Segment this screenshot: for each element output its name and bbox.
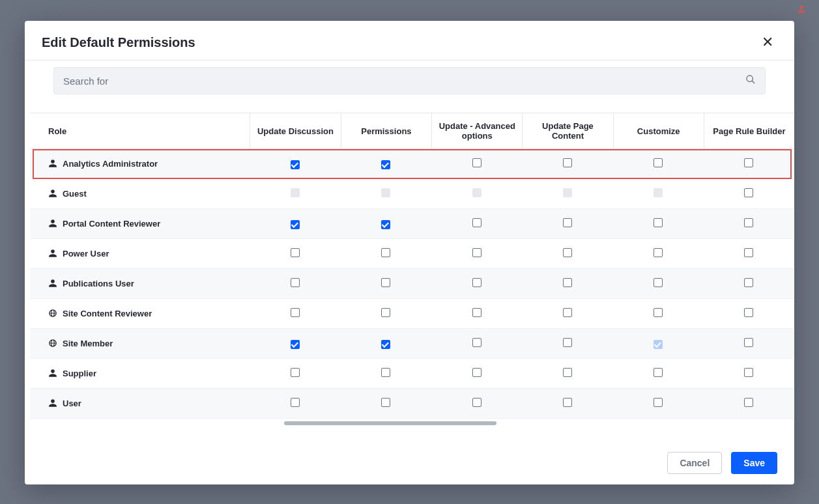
- permission-cell: [250, 239, 340, 269]
- permission-checkbox[interactable]: [291, 278, 300, 287]
- permission-cell: [522, 149, 612, 179]
- permission-checkbox[interactable]: [472, 368, 481, 377]
- permission-checkbox[interactable]: [381, 368, 390, 377]
- permission-checkbox[interactable]: [563, 278, 572, 287]
- permission-checkbox[interactable]: [472, 248, 481, 257]
- permission-checkbox[interactable]: [381, 160, 390, 169]
- column-header-role: Role: [30, 113, 250, 149]
- permission-checkbox[interactable]: [472, 158, 481, 167]
- permission-checkbox[interactable]: [654, 368, 663, 377]
- permission-checkbox[interactable]: [744, 218, 753, 227]
- permission-checkbox[interactable]: [654, 158, 663, 167]
- permission-checkbox[interactable]: [563, 158, 572, 167]
- permission-cell: [431, 389, 522, 419]
- permission-cell: [522, 209, 612, 239]
- permission-cell: [613, 329, 704, 359]
- permission-cell: [522, 299, 612, 329]
- permission-cell: [704, 299, 794, 329]
- back-chevron-icon[interactable]: ‹: [13, 4, 17, 18]
- search-box: [53, 67, 766, 94]
- permission-checkbox[interactable]: [654, 308, 663, 317]
- permission-cell: [613, 149, 704, 179]
- permission-checkbox: [381, 188, 390, 197]
- svg-rect-4: [782, 8, 784, 10]
- permission-checkbox[interactable]: [381, 340, 390, 349]
- search-icon[interactable]: [745, 74, 756, 87]
- role-cell: Publications User: [30, 269, 250, 299]
- permission-cell: [341, 359, 431, 389]
- permission-checkbox[interactable]: [563, 368, 572, 377]
- permission-cell: [431, 269, 522, 299]
- permission-checkbox[interactable]: [654, 248, 663, 257]
- permission-checkbox[interactable]: [472, 278, 481, 287]
- permission-checkbox[interactable]: [381, 278, 390, 287]
- permission-checkbox[interactable]: [381, 220, 390, 229]
- permission-checkbox[interactable]: [744, 278, 753, 287]
- permission-checkbox[interactable]: [472, 218, 481, 227]
- permission-cell: [431, 149, 522, 179]
- permission-checkbox[interactable]: [291, 160, 300, 169]
- svg-rect-8: [785, 11, 787, 13]
- permission-cell: [250, 149, 340, 179]
- permission-checkbox[interactable]: [291, 308, 300, 317]
- permission-checkbox[interactable]: [291, 398, 300, 407]
- permission-checkbox[interactable]: [291, 368, 300, 377]
- permission-checkbox[interactable]: [654, 278, 663, 287]
- permission-checkbox[interactable]: [744, 158, 753, 167]
- permission-checkbox[interactable]: [563, 338, 572, 347]
- save-button[interactable]: Save: [731, 452, 777, 474]
- search-input[interactable]: [63, 76, 745, 87]
- permission-checkbox[interactable]: [563, 218, 572, 227]
- permission-cell: [704, 239, 794, 269]
- permission-cell: [613, 359, 704, 389]
- permission-cell: [250, 269, 340, 299]
- role-cell: Guest: [30, 179, 250, 209]
- person-icon: [48, 249, 57, 258]
- globe-icon: [48, 309, 57, 318]
- permission-cell: [522, 269, 612, 299]
- permission-checkbox[interactable]: [291, 340, 300, 349]
- role-cell: Site Content Reviewer: [30, 299, 250, 329]
- permission-checkbox[interactable]: [563, 308, 572, 317]
- table-row: Site Content Reviewer: [30, 299, 794, 329]
- permission-checkbox[interactable]: [744, 248, 753, 257]
- apps-grid-icon[interactable]: [779, 5, 788, 16]
- permission-checkbox[interactable]: [563, 248, 572, 257]
- role-name: Power User: [63, 249, 109, 259]
- permission-checkbox[interactable]: [381, 248, 390, 257]
- permission-cell: [341, 299, 431, 329]
- permission-checkbox[interactable]: [472, 338, 481, 347]
- user-account-icon[interactable]: [797, 5, 806, 16]
- permission-checkbox[interactable]: [381, 398, 390, 407]
- permission-checkbox[interactable]: [291, 248, 300, 257]
- permission-checkbox[interactable]: [472, 308, 481, 317]
- permission-checkbox[interactable]: [563, 398, 572, 407]
- permission-cell: [613, 209, 704, 239]
- permission-cell: [431, 299, 522, 329]
- permission-checkbox[interactable]: [654, 398, 663, 407]
- modal-header: Edit Default Permissions ✕: [25, 21, 794, 61]
- permission-checkbox[interactable]: [472, 398, 481, 407]
- permission-cell: [522, 359, 612, 389]
- cancel-button[interactable]: Cancel: [667, 452, 722, 474]
- svg-line-10: [752, 81, 754, 83]
- permission-cell: [341, 209, 431, 239]
- permission-checkbox[interactable]: [744, 188, 753, 197]
- role-name: Supplier: [63, 369, 96, 378]
- permission-cell: [341, 329, 431, 359]
- permission-checkbox[interactable]: [744, 308, 753, 317]
- permission-cell: [522, 239, 612, 269]
- horizontal-scrollbar-thumb[interactable]: [284, 421, 496, 425]
- permission-checkbox[interactable]: [654, 218, 663, 227]
- role-name: Guest: [63, 189, 87, 199]
- permission-checkbox[interactable]: [744, 398, 753, 407]
- permission-checkbox[interactable]: [744, 338, 753, 347]
- globe-icon: [48, 339, 57, 348]
- horizontal-scrollbar[interactable]: [284, 421, 789, 427]
- permission-checkbox[interactable]: [381, 308, 390, 317]
- permission-checkbox[interactable]: [291, 220, 300, 229]
- column-header: Permissions: [341, 113, 431, 149]
- permission-checkbox[interactable]: [744, 368, 753, 377]
- permission-cell: [341, 149, 431, 179]
- close-icon[interactable]: ✕: [758, 33, 777, 52]
